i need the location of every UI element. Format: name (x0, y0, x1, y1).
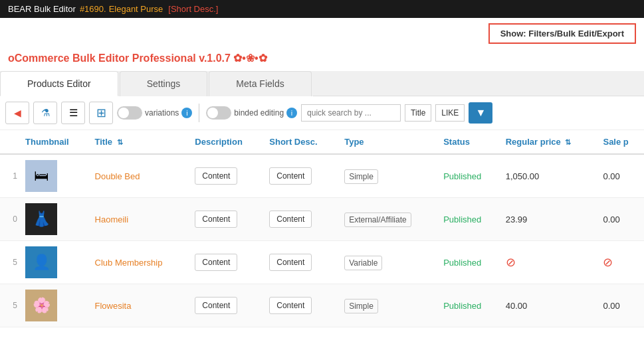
status-badge: Published (443, 301, 481, 311)
toolbar: ◀ ⚗ ☰ ⊞ variations i binded editing i Ti… (0, 96, 644, 130)
arrow-left-button[interactable]: ◀ (5, 102, 29, 124)
products-table-container: Thumbnail Title ⇅ Description Short Desc… (0, 130, 644, 327)
add-button[interactable]: ⊞ (89, 102, 113, 124)
sale-price-cell: ⊘ (597, 241, 644, 284)
regular-price-value[interactable]: 23.99 (506, 215, 528, 224)
thumbnail-cell: 👗 (20, 198, 90, 241)
description-button[interactable]: Content (195, 297, 237, 314)
description-button[interactable]: Content (195, 254, 237, 271)
product-title-text[interactable]: Club Membership (95, 258, 163, 268)
search-go-icon: ▼ (475, 107, 486, 119)
col-header-regular-price: Regular price ⇅ (500, 130, 598, 154)
price-sort-icon[interactable]: ⇅ (565, 138, 571, 146)
product-title-text[interactable]: Flowesita (95, 301, 132, 311)
description-cell: Content (189, 154, 264, 198)
toolbar-divider (199, 104, 199, 122)
product-title-cell: Haomeili (90, 198, 190, 241)
row-number: 5 (0, 241, 20, 284)
arrow-left-icon: ◀ (14, 108, 21, 118)
no-sale-price-icon: ⊘ (603, 256, 613, 269)
type-badge: External/Affiliate (344, 213, 411, 227)
binded-editing-toggle-container: binded editing i (206, 106, 297, 120)
sale-price-value[interactable]: 0.00 (603, 301, 619, 311)
description-button[interactable]: Content (195, 167, 237, 185)
thumbnail-image: 🛏 (25, 160, 57, 192)
add-icon: ⊞ (96, 106, 106, 120)
col-header-thumbnail: Thumbnail (20, 130, 90, 154)
regular-price-cell: 1,050.00 (500, 154, 598, 198)
sale-price-value[interactable]: 0.00 (603, 215, 619, 224)
status-badge: Published (443, 258, 481, 268)
short-desc-button[interactable]: Content (269, 297, 312, 314)
product-title-text[interactable]: Double Bed (95, 171, 140, 181)
col-header-description: Description (189, 130, 264, 154)
tab-settings[interactable]: Settings (120, 71, 208, 96)
show-filters-bar: Show: Filters/Bulk Edit/Export (0, 18, 644, 49)
show-filters-button[interactable]: Show: Filters/Bulk Edit/Export (488, 23, 636, 44)
filter-button[interactable]: ⚗ (33, 102, 57, 124)
short-desc-button[interactable]: Content (269, 167, 312, 185)
table-row: 5🌸FlowesitaContentContentSimplePublished… (0, 284, 644, 327)
thumbnail-image: 👗 (25, 203, 57, 235)
type-badge: Simple (344, 299, 378, 313)
product-title-cell: Club Membership (90, 241, 190, 284)
search-field-tag: Title (405, 104, 431, 122)
title-sort-icon[interactable]: ⇅ (117, 138, 123, 146)
table-row: 5👤Club MembershipContentContentVariableP… (0, 241, 644, 284)
regular-price-cell: ⊘ (500, 241, 598, 284)
type-cell: Simple (339, 154, 438, 198)
variations-info-icon[interactable]: i (181, 108, 192, 118)
record-id-label: #1690. (80, 4, 106, 14)
type-cell: Simple (339, 284, 438, 327)
list-icon: ☰ (69, 107, 78, 119)
short-desc-cell: Content (264, 198, 339, 241)
thumbnail-image: 🌸 (25, 290, 57, 321)
search-go-button[interactable]: ▼ (469, 102, 492, 124)
search-operator-tag: LIKE (435, 104, 465, 122)
filter-icon: ⚗ (41, 107, 50, 119)
col-header-type: Type (339, 130, 438, 154)
type-badge: Variable (344, 256, 382, 270)
variations-toggle-container: variations i (117, 106, 192, 120)
binded-editing-toggle[interactable] (206, 106, 231, 120)
binded-editing-info-icon[interactable]: i (286, 108, 297, 118)
regular-price-value[interactable]: 1,050.00 (506, 171, 540, 181)
type-cell: Variable (339, 241, 438, 284)
list-view-button[interactable]: ☰ (61, 102, 85, 124)
description-button[interactable]: Content (195, 211, 237, 228)
binded-editing-label: binded editing (234, 108, 284, 118)
tab-meta-fields[interactable]: Meta Fields (209, 71, 311, 96)
status-cell: Published (438, 284, 500, 327)
short-desc-button[interactable]: Content (269, 211, 312, 228)
search-input[interactable] (301, 104, 401, 122)
sale-price-value[interactable]: 0.00 (603, 171, 619, 181)
status-cell: Published (438, 154, 500, 198)
app-title: oCommerce Bulk Editor Professional v.1.0… (0, 49, 644, 71)
row-number: 5 (0, 284, 20, 327)
product-title-cell: Double Bed (90, 154, 190, 198)
description-cell: Content (189, 198, 264, 241)
short-desc-cell: Content (264, 154, 339, 198)
type-cell: External/Affiliate (339, 198, 438, 241)
status-cell: Published (438, 198, 500, 241)
record-title-label: Elegant Purse (109, 4, 163, 14)
row-number: 1 (0, 154, 20, 198)
tabs-row: Products Editor Settings Meta Fields (0, 71, 644, 96)
thumbnail-cell: 🌸 (20, 284, 90, 327)
short-desc-button[interactable]: Content (269, 254, 312, 271)
col-header-sale-price: Sale p (597, 130, 644, 154)
col-header-short-desc: Short Desc. (264, 130, 339, 154)
regular-price-value[interactable]: 40.00 (506, 301, 528, 311)
status-cell: Published (438, 241, 500, 284)
short-desc-cell: Content (264, 284, 339, 327)
table-row: 0👗HaomeiliContentContentExternal/Affilia… (0, 198, 644, 241)
description-cell: Content (189, 241, 264, 284)
no-price-icon: ⊘ (506, 256, 516, 269)
table-row: 1🛏Double BedContentContentSimplePublishe… (0, 154, 644, 198)
tab-products-editor[interactable]: Products Editor (0, 71, 118, 96)
tab-filler (313, 71, 644, 96)
product-title-text[interactable]: Haomeili (95, 215, 129, 224)
variations-toggle[interactable] (117, 106, 142, 120)
short-desc-cell: Content (264, 241, 339, 284)
col-header-status: Status (438, 130, 500, 154)
